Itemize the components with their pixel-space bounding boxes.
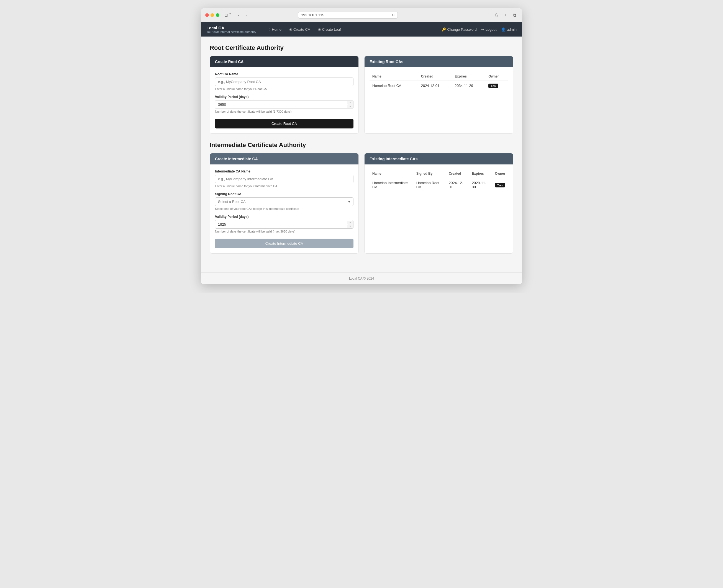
change-password-label: Change Password: [447, 27, 477, 31]
root-ca-name-group: Root CA Name Enter a unique name for you…: [215, 72, 354, 90]
existing-root-cas-title: Existing Root CAs: [369, 60, 403, 64]
forward-button[interactable]: ›: [244, 13, 249, 18]
url-text: 192.168.1.115: [301, 13, 324, 17]
close-button[interactable]: [205, 13, 209, 17]
logout-label: Logout: [486, 27, 497, 31]
root-ca-validity-wrapper: ▲ ▼: [215, 100, 354, 109]
share-button[interactable]: ⎙: [493, 12, 499, 19]
existing-root-cas-header: Existing Root CAs: [364, 56, 513, 67]
create-root-ca-body: Root CA Name Enter a unique name for you…: [210, 67, 359, 133]
change-password-item[interactable]: 🔑 Change Password: [442, 27, 477, 31]
existing-intermediate-cas-body: Name Signed By Created Expires Owner Hom…: [364, 164, 513, 197]
existing-intermediate-cas-title: Existing Intermediate CAs: [369, 157, 418, 161]
create-ca-icon: ◉: [289, 27, 292, 31]
root-ca-name-input[interactable]: [215, 78, 354, 86]
nav-create-leaf[interactable]: ◉ Create Leaf: [315, 26, 344, 33]
int-col-signed-by: Signed By: [414, 169, 446, 178]
intermediate-validity-spinners: ▲ ▼: [347, 220, 353, 228]
create-root-ca-button[interactable]: Create Root CA: [215, 119, 354, 128]
root-ca-expires-cell: 2034-11-29: [452, 81, 486, 91]
existing-root-cas-table: Name Created Expires Owner Homelab Root …: [369, 72, 508, 90]
signing-root-select[interactable]: Select a Root CA: [215, 197, 354, 206]
navbar-right: 🔑 Change Password ↪ Logout 👤 admin: [442, 27, 517, 31]
int-spinner-down[interactable]: ▼: [347, 225, 353, 228]
sidebar-toggle-button[interactable]: ⊡ ˅: [223, 12, 233, 18]
footer-text: Local CA © 2024: [349, 277, 374, 280]
existing-root-cas-panel: Existing Root CAs Name Created Expires O…: [364, 56, 513, 134]
owner-badge: You: [495, 183, 505, 187]
root-ca-name-label: Root CA Name: [215, 72, 354, 76]
root-ca-validity-hint: Number of days the certificate will be v…: [215, 110, 354, 113]
key-icon: 🔑: [442, 27, 446, 31]
root-col-owner: Owner: [486, 72, 508, 81]
intermediate-ca-validity-label: Validity Period (days): [215, 215, 354, 219]
intermediate-ca-validity-wrapper: ▲ ▼: [215, 220, 354, 229]
signing-root-wrapper: Select a Root CA ▼: [215, 197, 354, 206]
reload-icon[interactable]: ↻: [392, 13, 395, 17]
root-ca-section-title: Root Certificate Authority: [210, 44, 513, 51]
nav-home[interactable]: ⌂ Home: [265, 26, 285, 33]
int-col-expires: Expires: [469, 169, 492, 178]
logout-icon: ↪: [481, 27, 484, 31]
navbar-brand: Local CA Your own internal certificate a…: [206, 25, 256, 34]
spinner-up[interactable]: ▲: [347, 101, 353, 105]
create-leaf-icon: ◉: [318, 27, 321, 31]
nav-create-ca-label: Create CA: [293, 27, 310, 31]
intermediate-ca-validity-input[interactable]: [215, 220, 354, 229]
url-bar[interactable]: 192.168.1.115 ↻: [298, 12, 398, 19]
int-col-created: Created: [446, 169, 469, 178]
root-col-name: Name: [369, 72, 418, 81]
create-root-ca-title: Create Root CA: [215, 60, 243, 64]
root-ca-owner-cell: You: [486, 81, 508, 91]
tab-overview-button[interactable]: ⧉: [511, 12, 518, 19]
maximize-button[interactable]: [216, 13, 219, 17]
brand-title: Local CA: [206, 25, 256, 30]
navbar: Local CA Your own internal certificate a…: [201, 22, 522, 37]
int-ca-expires-cell: 2029-11-30: [469, 178, 492, 192]
logout-item[interactable]: ↪ Logout: [481, 27, 497, 31]
brand-subtitle: Your own internal certificate authority: [206, 30, 256, 34]
root-ca-validity-label: Validity Period (days): [215, 95, 354, 99]
root-ca-name-cell: Homelab Root CA: [369, 81, 418, 91]
browser-titlebar: ⊡ ˅ ‹ › 192.168.1.115 ↻ ⎙ ＋ ⧉: [201, 8, 522, 22]
signing-root-group: Signing Root CA Select a Root CA ▼ Selec…: [215, 192, 354, 210]
browser-window: ⊡ ˅ ‹ › 192.168.1.115 ↻ ⎙ ＋ ⧉ Local CA Y…: [201, 8, 522, 284]
existing-root-cas-body: Name Created Expires Owner Homelab Root …: [364, 67, 513, 96]
page-footer: Local CA © 2024: [201, 272, 522, 284]
nav-create-ca[interactable]: ◉ Create CA: [286, 26, 314, 33]
create-intermediate-ca-panel: Create Intermediate CA Intermediate CA N…: [210, 153, 359, 254]
root-ca-name-hint: Enter a unique name for your Root CA: [215, 87, 354, 90]
browser-actions: ⎙ ＋ ⧉: [493, 12, 518, 19]
user-label: admin: [507, 27, 517, 31]
table-row: Homelab Intermediate CA Homelab Root CA …: [369, 178, 508, 192]
intermediate-ca-section-title: Intermediate Certificate Authority: [210, 142, 513, 149]
int-ca-created-cell: 2024-12-01: [446, 178, 469, 192]
table-row: Homelab Root CA 2024-12-01 2034-11-29 Yo…: [369, 81, 508, 91]
new-tab-button[interactable]: ＋: [501, 12, 509, 19]
intermediate-ca-name-hint: Enter a unique name for your Intermediat…: [215, 184, 354, 188]
existing-intermediate-cas-table: Name Signed By Created Expires Owner Hom…: [369, 169, 508, 192]
create-root-ca-panel: Create Root CA Root CA Name Enter a uniq…: [210, 56, 359, 134]
minimize-button[interactable]: [210, 13, 214, 17]
root-ca-validity-group: Validity Period (days) ▲ ▼ Number of day…: [215, 95, 354, 113]
spinner-down[interactable]: ▼: [347, 105, 353, 108]
create-intermediate-ca-title: Create Intermediate CA: [215, 157, 258, 161]
root-col-expires: Expires: [452, 72, 486, 81]
create-intermediate-ca-header: Create Intermediate CA: [210, 153, 359, 164]
int-ca-name-cell: Homelab Intermediate CA: [369, 178, 414, 192]
int-ca-owner-cell: You: [492, 178, 508, 192]
root-ca-created-cell: 2024-12-01: [418, 81, 452, 91]
existing-intermediate-cas-header: Existing Intermediate CAs: [364, 153, 513, 164]
int-spinner-up[interactable]: ▲: [347, 220, 353, 225]
validity-spinners: ▲ ▼: [347, 101, 353, 108]
intermediate-ca-validity-hint: Number of days the certificate will be v…: [215, 230, 354, 233]
back-button[interactable]: ‹: [236, 13, 241, 18]
root-col-created: Created: [418, 72, 452, 81]
intermediate-ca-name-input[interactable]: [215, 175, 354, 183]
signing-root-hint: Select one of your root CAs to sign this…: [215, 207, 354, 210]
intermediate-ca-name-label: Intermediate CA Name: [215, 169, 354, 173]
create-intermediate-ca-button[interactable]: Create Intermediate CA: [215, 239, 354, 248]
nav-create-leaf-label: Create Leaf: [322, 27, 341, 31]
root-ca-validity-input[interactable]: [215, 100, 354, 109]
existing-intermediate-cas-panel: Existing Intermediate CAs Name Signed By…: [364, 153, 513, 254]
